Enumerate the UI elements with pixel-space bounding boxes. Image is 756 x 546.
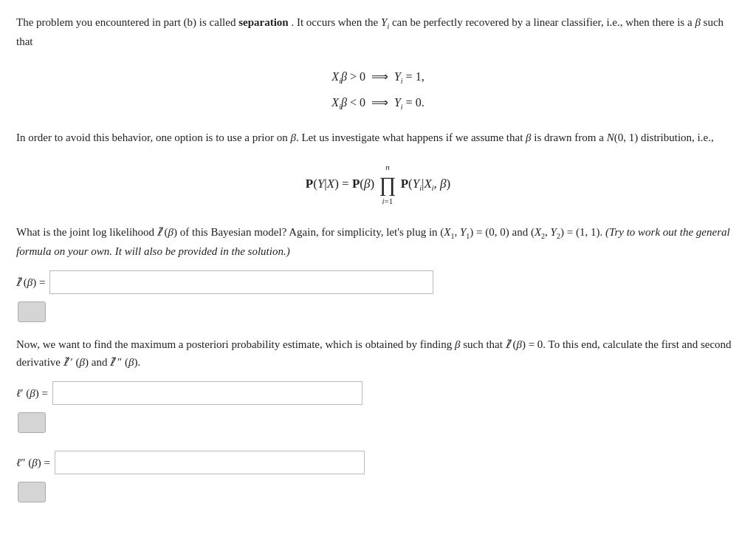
- input-label-1: ℓ̃ (β) =: [16, 273, 45, 291]
- eq-line-2: Xiβ < 0 ⟹ Yi = 0.: [16, 89, 740, 115]
- prior-paragraph: In order to avoid this behavior, one opt…: [16, 129, 740, 146]
- main-formula-block: P(Y|X) = P(β) n ∏ i=1 P(Yi|Xi, β): [16, 161, 740, 208]
- input-label-3: ℓ″ (β) =: [16, 454, 50, 471]
- log-likelihood-paragraph: What is the joint log likelihood ℓ̃ (β) …: [16, 223, 740, 260]
- intro-text-1: The problem you encountered in part (b) …: [16, 16, 236, 28]
- submit-button-3[interactable]: [18, 482, 46, 502]
- answer-input-1[interactable]: [49, 270, 433, 294]
- input-row-1: ℓ̃ (β) =: [16, 270, 740, 294]
- intro-paragraph: The problem you encountered in part (b) …: [16, 13, 740, 50]
- submit-button-1[interactable]: [18, 301, 46, 322]
- map-paragraph: Now, we want to find the maximum a poste…: [16, 335, 740, 371]
- submit-button-2[interactable]: [18, 412, 46, 433]
- yi-inline: Yi: [381, 16, 392, 28]
- intro-text-2: . It occurs when the: [291, 16, 378, 28]
- input-label-2: ℓ′ (β) =: [16, 384, 48, 402]
- beta-inline: β: [695, 16, 703, 28]
- intro-text-3: can be perfectly recovered by a linear c…: [392, 16, 693, 28]
- answer-input-2[interactable]: [52, 381, 362, 405]
- answer-input-3[interactable]: [55, 451, 365, 474]
- separation-equations: Xiβ > 0 ⟹ Yi = 1, Xiβ < 0 ⟹ Yi = 0.: [16, 64, 740, 115]
- input-row-3: ℓ″ (β) =: [16, 451, 740, 474]
- main-formula: P(Y|X) = P(β) n ∏ i=1 P(Yi|Xi, β): [306, 161, 450, 208]
- product-notation: n ∏ i=1: [379, 161, 396, 208]
- eq-line-1: Xiβ > 0 ⟹ Yi = 1,: [16, 64, 740, 89]
- input-row-2: ℓ′ (β) =: [16, 381, 740, 405]
- separation-word: separation: [238, 16, 289, 28]
